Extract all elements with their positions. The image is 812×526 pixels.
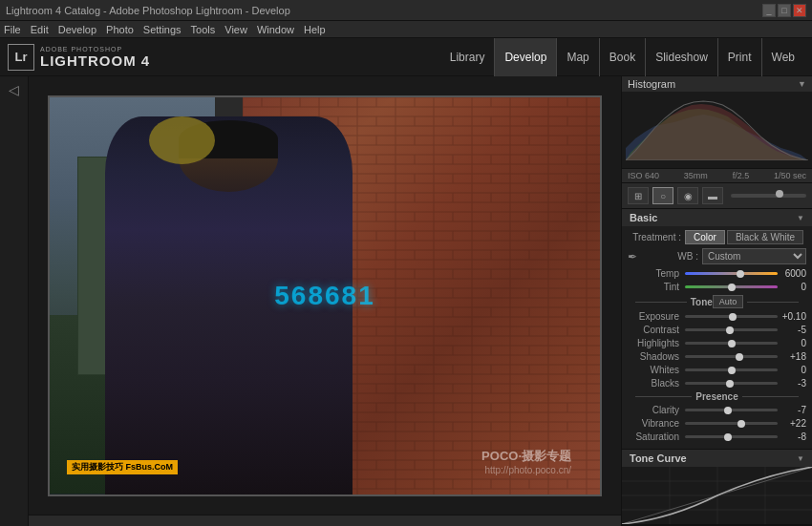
menu-photo[interactable]: Photo (106, 24, 134, 35)
blacks-slider[interactable] (685, 382, 778, 385)
histogram-header: Histogram ▼ (622, 76, 812, 92)
spot-removal-icon[interactable]: ○ (652, 187, 673, 204)
nav-develop[interactable]: Develop (495, 38, 557, 76)
vibrance-label: Vibrance (628, 418, 683, 429)
treatment-buttons: Color Black & White (685, 230, 803, 244)
presence-label: Presence (695, 391, 737, 402)
temp-value: 6000 (780, 268, 806, 279)
histogram-chart (626, 95, 808, 160)
highlights-slider[interactable] (685, 342, 778, 345)
exposure-row: Exposure +0.10 (628, 311, 806, 322)
menu-settings[interactable]: Settings (143, 24, 182, 35)
vibrance-slider[interactable] (685, 422, 778, 425)
highlights-label: Highlights (628, 338, 683, 348)
menu-develop[interactable]: Develop (58, 24, 96, 35)
exposure-slider[interactable] (685, 315, 778, 318)
menu-tools[interactable]: Tools (191, 24, 216, 35)
contrast-slider[interactable] (685, 328, 778, 331)
exposure-thumb (729, 313, 737, 321)
shadows-row: Shadows +18 (628, 351, 806, 362)
saturation-slider[interactable] (685, 435, 778, 438)
treatment-row: Treatment : Color Black & White (628, 230, 806, 244)
menu-window[interactable]: Window (257, 24, 294, 35)
tone-curve-label: Tone Curve (630, 452, 687, 464)
wb-label: WB : (645, 251, 702, 262)
top-bar: Lr ADOBE PHOTOSHOP LIGHTROOM 4 Library D… (0, 38, 812, 76)
whites-slider[interactable] (685, 368, 778, 371)
blacks-thumb (726, 380, 734, 388)
grid-view-icon[interactable]: ⊞ (36, 523, 46, 527)
tint-value: 0 (780, 282, 806, 292)
iso-value: ISO 640 (628, 171, 659, 180)
tone-label: Tone (691, 297, 713, 307)
tool-slider[interactable] (731, 194, 806, 198)
temp-slider[interactable] (685, 272, 778, 275)
basic-panel-content: Treatment : Color Black & White ✒ WB : C… (622, 226, 812, 449)
loupe-view-icon[interactable]: □ (53, 523, 60, 527)
menu-help[interactable]: Help (304, 24, 326, 35)
minimize-button[interactable]: _ (762, 4, 776, 17)
histogram-canvas (622, 92, 812, 168)
brand-name: POCO·摄影专题 (481, 448, 571, 465)
clarity-slider[interactable] (685, 409, 778, 411)
highlights-value: 0 (780, 338, 806, 348)
photo-frame: 568681 POCO·摄影专题 http://photo.poco.cn/ (48, 95, 602, 496)
photo-scene: 568681 POCO·摄影专题 http://photo.poco.cn/ (50, 97, 600, 494)
auto-button[interactable]: Auto (713, 295, 744, 308)
shutter-value: 1/50 sec (774, 171, 806, 180)
clarity-value: -7 (780, 405, 806, 415)
temp-thumb (737, 270, 744, 278)
tint-slider[interactable] (685, 285, 778, 288)
menu-bar: File Edit Develop Photo Settings Tools V… (0, 21, 812, 38)
left-panel: ◁ (0, 76, 29, 526)
shadows-label: Shadows (628, 351, 683, 362)
temp-label: Temp (628, 268, 683, 279)
presence-section-title: Presence (628, 391, 806, 402)
shadows-thumb (736, 353, 743, 361)
basic-panel-header[interactable]: Basic ▼ (622, 209, 812, 226)
left-panel-icon[interactable]: ◁ (5, 82, 24, 101)
histogram-collapse-icon[interactable]: ▼ (798, 79, 806, 89)
highlights-thumb (728, 340, 736, 347)
saturation-value: -8 (780, 431, 806, 442)
highlights-row: Highlights 0 (628, 338, 806, 348)
blacks-row: Blacks -3 (628, 378, 806, 389)
tone-curve-header[interactable]: Tone Curve ▼ (622, 450, 812, 467)
whites-label: Whites (628, 365, 683, 375)
nav-slideshow[interactable]: Slideshow (646, 38, 718, 76)
close-button[interactable]: ✕ (793, 4, 806, 17)
logo-bottom-text: LIGHTROOM 4 (40, 53, 150, 69)
restore-button[interactable]: □ (778, 4, 791, 17)
menu-file[interactable]: File (4, 24, 21, 35)
shadows-value: +18 (780, 351, 806, 362)
bw-treatment-button[interactable]: Black & White (727, 230, 803, 244)
center-area: 568681 POCO·摄影专题 http://photo.poco.cn/ 实… (29, 76, 621, 526)
nav-map[interactable]: Map (557, 38, 599, 76)
vibrance-thumb (737, 420, 745, 428)
menu-view[interactable]: View (224, 24, 247, 35)
graduated-filter-icon[interactable]: ▬ (702, 187, 723, 204)
shadows-slider[interactable] (685, 355, 778, 358)
main-area: ◁ (0, 76, 812, 526)
nav-web[interactable]: Web (762, 38, 804, 76)
contrast-thumb (726, 326, 734, 334)
saturation-row: Saturation -8 (628, 431, 806, 442)
eyedropper-icon[interactable]: ✒ (628, 250, 641, 263)
basic-panel-label: Basic (630, 212, 657, 223)
bottom-watermark: 实用摄影技巧 FsBus.CoM (67, 460, 178, 474)
color-treatment-button[interactable]: Color (685, 230, 725, 244)
nav-book[interactable]: Book (600, 38, 646, 76)
tone-curve-collapse-icon: ▼ (797, 454, 804, 463)
crop-tool-icon[interactable]: ⊞ (628, 187, 649, 204)
nav-print[interactable]: Print (718, 38, 762, 76)
focal-value: 35mm (684, 171, 708, 180)
watermark-brand: POCO·摄影专题 http://photo.poco.cn/ (481, 448, 571, 475)
tool-icons-row: ⊞ ○ ◉ ▬ (622, 183, 812, 209)
wb-select[interactable]: Custom As Shot Auto Daylight (702, 248, 806, 264)
clarity-thumb (724, 407, 732, 414)
aperture-value: f/2.5 (733, 171, 750, 180)
menu-edit[interactable]: Edit (31, 24, 49, 35)
nav-area: Library Develop Map Book Slideshow Print… (172, 38, 812, 76)
red-eye-icon[interactable]: ◉ (677, 187, 698, 204)
nav-library[interactable]: Library (440, 38, 496, 76)
